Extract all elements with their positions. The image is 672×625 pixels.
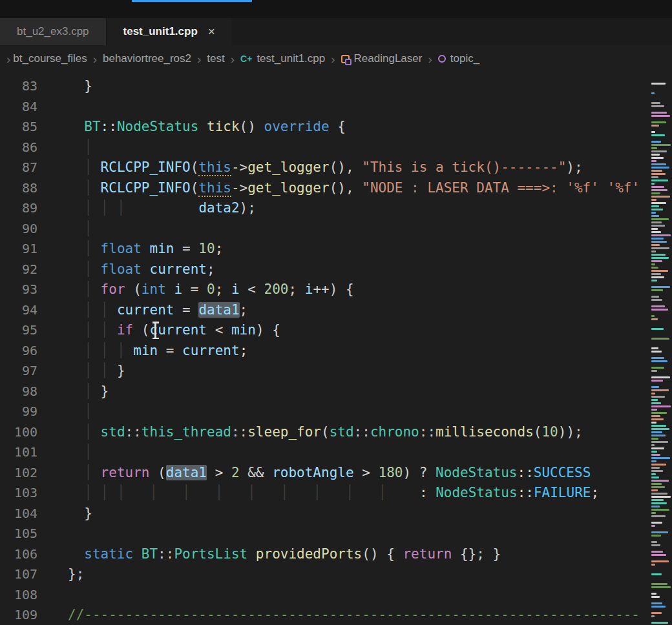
code-line[interactable]: 99 │: [0, 402, 672, 422]
code-token: [68, 384, 84, 399]
code-line[interactable]: 91 │ float min = 10;: [0, 239, 672, 260]
code-token: [142, 241, 150, 256]
code-line[interactable]: 104 }: [0, 504, 672, 524]
top-strip: [0, 0, 672, 18]
code-line[interactable]: 98 │ }: [0, 382, 672, 402]
code-line[interactable]: 85 BT::NodeStatus tick() override {: [0, 117, 672, 138]
line-number: 101: [0, 442, 37, 463]
code-text[interactable]: │ RCLCPP_INFO(this->get_logger(), "NODE …: [68, 178, 640, 199]
code-token: [92, 363, 101, 378]
code-line[interactable]: 102 │ return (data1 > 2 && robotAngle > …: [0, 463, 672, 484]
code-token: │: [84, 261, 92, 277]
code-token: override: [264, 119, 330, 134]
code-token: }: [92, 384, 109, 399]
code-lines: 83 }84 85 BT::NodeStatus tick() override…: [0, 76, 672, 625]
code-token: "NODE : LASER DATA ===>: '%f' '%f': [362, 180, 640, 196]
code-text[interactable]: BT::NodeStatus tick() override {: [68, 117, 346, 138]
code-line[interactable]: 87 │ RCLCPP_INFO(this->get_logger(), "Th…: [0, 158, 672, 178]
code-token: BT: [142, 546, 158, 562]
code-text[interactable]: │ RCLCPP_INFO(this->get_logger(), "This …: [68, 158, 583, 178]
code-text[interactable]: │ for (int i = 0; i < 200; i++) {: [68, 280, 354, 300]
code-text[interactable]: │ }: [68, 382, 109, 402]
code-token: >: [207, 465, 231, 480]
code-line[interactable]: 90 │: [0, 219, 672, 240]
code-token: data1: [198, 302, 239, 318]
code-token: PortsList: [174, 546, 247, 562]
code-text[interactable]: │: [68, 402, 92, 422]
code-token: ;: [215, 282, 231, 297]
code-editor[interactable]: 83 }84 85 BT::NodeStatus tick() override…: [0, 72, 672, 625]
code-line[interactable]: 106 static BT::PortsList providedPorts()…: [0, 544, 672, 565]
code-token: │: [68, 139, 92, 155]
code-token: │: [84, 302, 92, 318]
code-text[interactable]: │: [68, 442, 92, 463]
code-line[interactable]: 89 │ │ │ data2);: [0, 198, 672, 219]
code-text[interactable]: }: [68, 76, 92, 97]
code-line[interactable]: 105: [0, 524, 672, 544]
code-line[interactable]: 97 │ │ }: [0, 361, 672, 382]
code-line[interactable]: 95 │ │ if (current < min) {: [0, 320, 672, 341]
code-line[interactable]: 83 }: [0, 76, 672, 97]
code-line[interactable]: 107};: [0, 564, 672, 585]
code-line[interactable]: 101 │: [0, 442, 672, 463]
code-token: │: [84, 180, 92, 196]
code-text[interactable]: │ std::this_thread::sleep_for(std::chron…: [68, 422, 583, 443]
code-text[interactable]: }: [68, 504, 92, 524]
code-token: ) ?: [403, 465, 436, 480]
code-line[interactable]: 103 │ │ │ │ │ │ │ │ │ │ │ : NodeStatus::…: [0, 483, 672, 504]
code-text[interactable]: [68, 585, 76, 606]
code-line[interactable]: 92 │ float current;: [0, 260, 672, 280]
code-token: ;: [215, 241, 224, 256]
code-text[interactable]: │ │ if (current < min) {: [68, 320, 280, 341]
code-line[interactable]: 96 │ │ │ min = current;: [0, 341, 672, 362]
code-token: (: [321, 424, 330, 440]
code-token: RCLCPP_INFO: [101, 180, 191, 196]
code-line[interactable]: 94 │ │ current = data1;: [0, 300, 672, 321]
code-token: │: [84, 343, 92, 358]
breadcrumb-item-behaviortree_ros2[interactable]: behaviortree_ros2: [103, 52, 191, 65]
code-line[interactable]: 88 │ RCLCPP_INFO(this->get_logger(), "NO…: [0, 178, 672, 199]
breadcrumb-item-test[interactable]: test: [207, 52, 224, 65]
line-number: 94: [0, 300, 37, 321]
code-token: NodeStatus: [117, 119, 198, 134]
code-text[interactable]: │ float min = 10;: [68, 239, 223, 260]
code-token: [68, 546, 84, 562]
code-text[interactable]: │ │ }: [68, 361, 125, 382]
line-number: 88: [0, 178, 37, 199]
code-text[interactable]: │: [68, 219, 92, 240]
code-token: }: [68, 506, 92, 521]
tab-bt_u2_ex3[interactable]: bt_u2_ex3.cpp: [0, 18, 107, 45]
tab-close-icon[interactable]: ×: [208, 25, 215, 39]
code-text[interactable]: │ │ │ │ │ │ │ │ │ │ │ : NodeStatus::FAIL…: [68, 483, 599, 504]
code-text[interactable]: │ │ current = data1;: [68, 300, 247, 321]
code-line[interactable]: 100 │ std::this_thread::sleep_for(std::c…: [0, 422, 672, 443]
code-text[interactable]: │: [68, 138, 92, 158]
code-line[interactable]: 84: [0, 97, 672, 118]
breadcrumb-item-test_unit1-cpp[interactable]: test_unit1.cpp: [257, 52, 325, 65]
breadcrumb-item-readinglaser[interactable]: ReadingLaser: [354, 52, 423, 65]
code-line[interactable]: 86 │: [0, 138, 672, 158]
tab-test_unit1[interactable]: test_unit1.cpp ×: [107, 18, 232, 45]
code-token: [247, 546, 256, 562]
breadcrumb-item-topic[interactable]: topic_: [450, 52, 479, 65]
minimap[interactable]: [650, 72, 672, 625]
code-token: );: [566, 159, 582, 175]
code-token: │: [84, 282, 92, 297]
code-text[interactable]: [68, 524, 76, 544]
code-token: [68, 343, 84, 358]
code-text[interactable]: static BT::PortsList providedPorts() { r…: [68, 544, 501, 565]
code-text[interactable]: │ │ │ data2);: [68, 198, 256, 219]
line-number: 90: [0, 219, 37, 240]
code-token: │: [313, 485, 321, 500]
code-text[interactable]: │ return (data1 > 2 && robotAngle > 180)…: [68, 463, 591, 484]
code-text[interactable]: │ │ │ min = current;: [68, 341, 247, 362]
code-line[interactable]: 109//-----------------------------------…: [0, 605, 672, 625]
code-text[interactable]: [68, 97, 76, 118]
code-line[interactable]: 93 │ for (int i = 0; i < 200; i++) {: [0, 280, 672, 300]
code-line[interactable]: 108: [0, 585, 672, 606]
code-text[interactable]: //--------------------------------------…: [68, 605, 640, 625]
code-text[interactable]: };: [68, 564, 84, 585]
breadcrumb-item-bt_course_files[interactable]: bt_course_files: [13, 52, 87, 65]
code-text[interactable]: │ float current;: [68, 260, 215, 280]
code-token: [256, 485, 280, 500]
